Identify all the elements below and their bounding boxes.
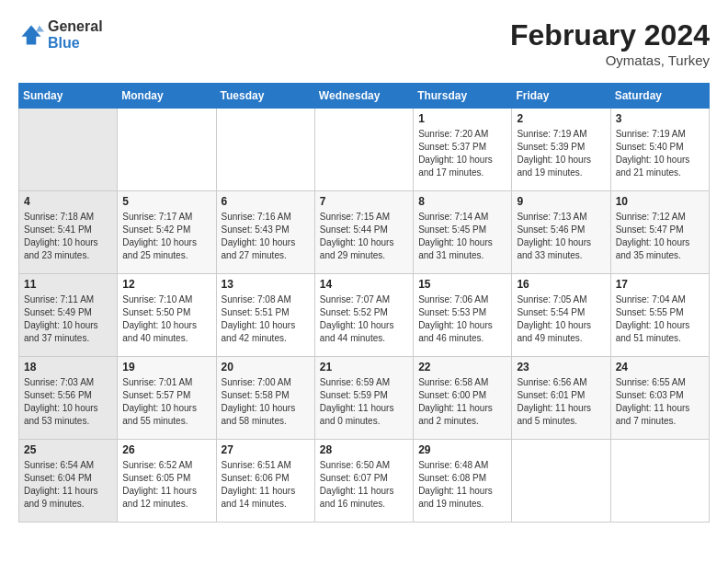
day-number: 23 xyxy=(517,361,605,373)
day-info: Sunrise: 7:12 AM Sunset: 5:47 PM Dayligh… xyxy=(616,211,704,262)
day-number: 13 xyxy=(222,278,310,291)
day-number: 6 xyxy=(222,195,310,208)
page-header: General Blue February 2024 Oymatas, Turk… xyxy=(18,18,710,68)
day-info: Sunrise: 7:11 AM Sunset: 5:49 PM Dayligh… xyxy=(24,293,112,345)
day-number: 18 xyxy=(24,361,112,373)
calendar-table: SundayMondayTuesdayWednesdayThursdayFrid… xyxy=(18,83,710,523)
day-info: Sunrise: 6:48 AM Sunset: 6:08 PM Dayligh… xyxy=(418,459,506,511)
day-number: 27 xyxy=(222,443,310,456)
calendar-cell: 21Sunrise: 6:59 AM Sunset: 5:59 PM Dayli… xyxy=(314,357,413,440)
day-info: Sunrise: 7:17 AM Sunset: 5:42 PM Dayligh… xyxy=(122,211,210,262)
day-info: Sunrise: 7:03 AM Sunset: 5:56 PM Dayligh… xyxy=(24,376,112,428)
calendar-cell: 7Sunrise: 7:15 AM Sunset: 5:44 PM Daylig… xyxy=(314,191,413,274)
calendar-cell: 1Sunrise: 7:20 AM Sunset: 5:37 PM Daylig… xyxy=(414,109,512,191)
calendar-cell: 4Sunrise: 7:18 AM Sunset: 5:41 PM Daylig… xyxy=(19,191,118,274)
day-number: 29 xyxy=(418,443,506,456)
week-row-5: 25Sunrise: 6:54 AM Sunset: 6:04 PM Dayli… xyxy=(19,440,710,523)
day-number: 20 xyxy=(222,361,310,373)
calendar-cell: 15Sunrise: 7:06 AM Sunset: 5:53 PM Dayli… xyxy=(414,274,512,357)
day-info: Sunrise: 7:20 AM Sunset: 5:37 PM Dayligh… xyxy=(418,128,506,179)
week-row-3: 11Sunrise: 7:11 AM Sunset: 5:49 PM Dayli… xyxy=(19,274,710,357)
calendar-body: 1Sunrise: 7:20 AM Sunset: 5:37 PM Daylig… xyxy=(19,109,710,523)
calendar-cell: 13Sunrise: 7:08 AM Sunset: 5:51 PM Dayli… xyxy=(216,274,314,357)
day-number: 11 xyxy=(24,278,112,291)
calendar-cell: 25Sunrise: 6:54 AM Sunset: 6:04 PM Dayli… xyxy=(19,440,118,523)
header-cell-wednesday: Wednesday xyxy=(314,84,413,109)
day-info: Sunrise: 6:50 AM Sunset: 6:07 PM Dayligh… xyxy=(320,459,408,511)
calendar-cell xyxy=(216,109,314,191)
calendar-cell: 9Sunrise: 7:13 AM Sunset: 5:46 PM Daylig… xyxy=(512,191,610,274)
day-number: 14 xyxy=(320,278,408,291)
day-info: Sunrise: 7:18 AM Sunset: 5:41 PM Dayligh… xyxy=(24,211,112,262)
day-number: 22 xyxy=(418,361,506,373)
day-number: 26 xyxy=(122,443,210,456)
day-info: Sunrise: 7:01 AM Sunset: 5:57 PM Dayligh… xyxy=(122,376,210,428)
calendar-cell: 24Sunrise: 6:55 AM Sunset: 6:03 PM Dayli… xyxy=(610,357,709,440)
day-info: Sunrise: 7:16 AM Sunset: 5:43 PM Dayligh… xyxy=(222,211,310,262)
day-number: 4 xyxy=(24,195,112,208)
day-number: 5 xyxy=(122,195,210,208)
day-info: Sunrise: 7:10 AM Sunset: 5:50 PM Dayligh… xyxy=(122,293,210,345)
calendar-cell: 26Sunrise: 6:52 AM Sunset: 6:05 PM Dayli… xyxy=(118,440,216,523)
logo: General Blue xyxy=(18,18,103,51)
calendar-cell xyxy=(19,109,118,191)
day-info: Sunrise: 7:14 AM Sunset: 5:45 PM Dayligh… xyxy=(418,211,506,262)
day-info: Sunrise: 6:54 AM Sunset: 6:04 PM Dayligh… xyxy=(24,459,112,511)
day-info: Sunrise: 7:08 AM Sunset: 5:51 PM Dayligh… xyxy=(222,293,310,345)
day-number: 17 xyxy=(616,278,704,291)
calendar-cell xyxy=(610,440,709,523)
header-cell-tuesday: Tuesday xyxy=(216,84,314,109)
day-number: 16 xyxy=(517,278,605,291)
calendar-cell: 19Sunrise: 7:01 AM Sunset: 5:57 PM Dayli… xyxy=(118,357,216,440)
calendar-cell: 22Sunrise: 6:58 AM Sunset: 6:00 PM Dayli… xyxy=(414,357,512,440)
day-info: Sunrise: 7:00 AM Sunset: 5:58 PM Dayligh… xyxy=(222,376,310,428)
day-info: Sunrise: 6:55 AM Sunset: 6:03 PM Dayligh… xyxy=(616,376,704,428)
calendar-cell: 12Sunrise: 7:10 AM Sunset: 5:50 PM Dayli… xyxy=(118,274,216,357)
calendar-cell: 6Sunrise: 7:16 AM Sunset: 5:43 PM Daylig… xyxy=(216,191,314,274)
header-cell-thursday: Thursday xyxy=(414,84,512,109)
day-number: 3 xyxy=(616,112,704,125)
day-info: Sunrise: 6:59 AM Sunset: 5:59 PM Dayligh… xyxy=(320,376,408,428)
calendar-cell xyxy=(314,109,413,191)
day-info: Sunrise: 6:56 AM Sunset: 6:01 PM Dayligh… xyxy=(517,376,605,428)
day-info: Sunrise: 7:04 AM Sunset: 5:55 PM Dayligh… xyxy=(616,293,704,345)
calendar-cell xyxy=(118,109,216,191)
day-info: Sunrise: 7:07 AM Sunset: 5:52 PM Dayligh… xyxy=(320,293,408,345)
calendar-cell: 14Sunrise: 7:07 AM Sunset: 5:52 PM Dayli… xyxy=(314,274,413,357)
calendar-cell: 5Sunrise: 7:17 AM Sunset: 5:42 PM Daylig… xyxy=(118,191,216,274)
calendar-cell: 16Sunrise: 7:05 AM Sunset: 5:54 PM Dayli… xyxy=(512,274,610,357)
calendar-cell: 8Sunrise: 7:14 AM Sunset: 5:45 PM Daylig… xyxy=(414,191,512,274)
day-number: 9 xyxy=(517,195,605,208)
day-number: 25 xyxy=(24,443,112,456)
calendar-cell: 3Sunrise: 7:19 AM Sunset: 5:40 PM Daylig… xyxy=(610,109,709,191)
week-row-4: 18Sunrise: 7:03 AM Sunset: 5:56 PM Dayli… xyxy=(19,357,710,440)
location-subtitle: Oymatas, Turkey xyxy=(510,52,710,68)
calendar-cell: 10Sunrise: 7:12 AM Sunset: 5:47 PM Dayli… xyxy=(610,191,709,274)
day-number: 1 xyxy=(418,112,506,125)
day-info: Sunrise: 7:06 AM Sunset: 5:53 PM Dayligh… xyxy=(418,293,506,345)
calendar-cell: 11Sunrise: 7:11 AM Sunset: 5:49 PM Dayli… xyxy=(19,274,118,357)
calendar-cell: 18Sunrise: 7:03 AM Sunset: 5:56 PM Dayli… xyxy=(19,357,118,440)
calendar-cell xyxy=(512,440,610,523)
calendar-cell: 28Sunrise: 6:50 AM Sunset: 6:07 PM Dayli… xyxy=(314,440,413,523)
calendar-header-row: SundayMondayTuesdayWednesdayThursdayFrid… xyxy=(19,84,710,109)
header-cell-monday: Monday xyxy=(118,84,216,109)
day-number: 7 xyxy=(320,195,408,208)
calendar-cell: 27Sunrise: 6:51 AM Sunset: 6:06 PM Dayli… xyxy=(216,440,314,523)
day-number: 19 xyxy=(122,361,210,373)
day-info: Sunrise: 6:52 AM Sunset: 6:05 PM Dayligh… xyxy=(122,459,210,511)
day-info: Sunrise: 7:19 AM Sunset: 5:40 PM Dayligh… xyxy=(616,128,704,179)
logo-icon xyxy=(18,22,44,48)
day-number: 10 xyxy=(616,195,704,208)
day-number: 2 xyxy=(517,112,605,125)
day-info: Sunrise: 7:19 AM Sunset: 5:39 PM Dayligh… xyxy=(517,128,605,179)
month-year-title: February 2024 xyxy=(510,18,710,52)
week-row-2: 4Sunrise: 7:18 AM Sunset: 5:41 PM Daylig… xyxy=(19,191,710,274)
header-cell-sunday: Sunday xyxy=(19,84,118,109)
header-cell-saturday: Saturday xyxy=(610,84,709,109)
day-info: Sunrise: 6:51 AM Sunset: 6:06 PM Dayligh… xyxy=(222,459,310,511)
title-block: February 2024 Oymatas, Turkey xyxy=(510,18,710,68)
day-info: Sunrise: 6:58 AM Sunset: 6:00 PM Dayligh… xyxy=(418,376,506,428)
day-info: Sunrise: 7:05 AM Sunset: 5:54 PM Dayligh… xyxy=(517,293,605,345)
day-number: 15 xyxy=(418,278,506,291)
